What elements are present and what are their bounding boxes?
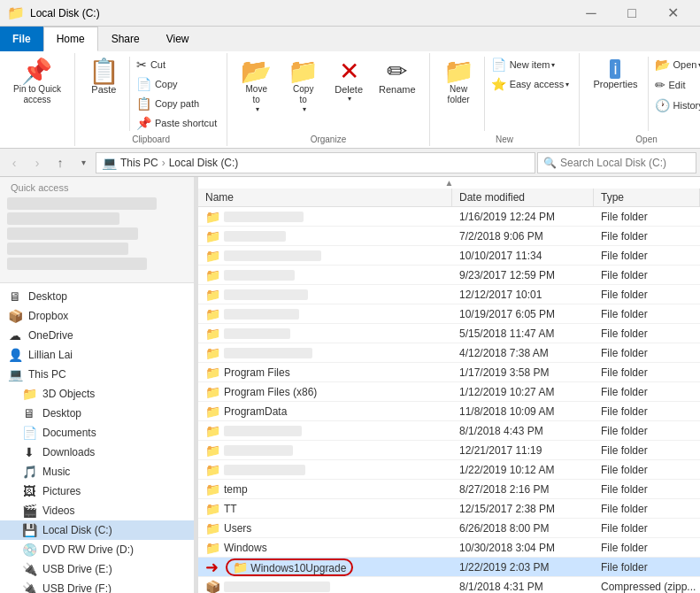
file-list-area: ▲ Name Date modified Type 📁 1/16/2019 12… bbox=[198, 177, 700, 593]
search-bar[interactable]: 🔍 bbox=[537, 152, 696, 173]
table-row[interactable]: 📁 12/12/2017 10:01 File folder bbox=[198, 285, 700, 304]
tab-view[interactable]: View bbox=[153, 27, 203, 51]
nav-item-thispc[interactable]: 💻 This PC bbox=[0, 365, 194, 384]
new-label: New bbox=[435, 133, 574, 144]
nav-item-documents[interactable]: 📄 Documents bbox=[0, 423, 194, 443]
blurred-name bbox=[224, 289, 308, 300]
folder-icon: 📁 bbox=[205, 229, 220, 243]
table-row[interactable]: 📁Users 6/26/2018 8:00 PM File folder bbox=[198, 519, 700, 538]
copy-path-icon: 📋 bbox=[136, 96, 151, 111]
cut-button[interactable]: ✂ Cut bbox=[132, 55, 221, 74]
properties-button[interactable]: i Properties bbox=[585, 55, 645, 94]
ribbon-group-organize: 📂 Moveto 📁 Copyto ✕ Delete ✏ Rename Orga… bbox=[227, 53, 429, 146]
table-row[interactable]: 📁Windows 10/30/2018 3:04 PM File folder bbox=[198, 538, 700, 558]
breadcrumb-thispc[interactable]: This PC bbox=[120, 157, 158, 169]
file-date-cell: 5/15/2018 11:47 AM bbox=[452, 327, 594, 340]
breadcrumb-localdisk[interactable]: Local Disk (C:) bbox=[169, 157, 239, 169]
nav-item-usbe[interactable]: 🔌 USB Drive (E:) bbox=[0, 559, 194, 579]
nav-item-dvd[interactable]: 💿 DVD RW Drive (D:) bbox=[0, 540, 194, 559]
table-row[interactable]: 📁 10/19/2017 6:05 PM File folder bbox=[198, 304, 700, 324]
easy-access-button[interactable]: ⭐ Easy access bbox=[487, 74, 574, 94]
close-button[interactable]: ✕ bbox=[652, 0, 693, 27]
breadcrumb-icon: 💻 bbox=[102, 156, 117, 170]
paste-shortcut-icon: 📌 bbox=[136, 116, 151, 130]
forward-button[interactable]: › bbox=[27, 152, 48, 173]
nav-item-onedrive[interactable]: ☁ OneDrive bbox=[0, 326, 194, 345]
quick-access-panel: Quick access bbox=[0, 177, 194, 283]
maximize-button[interactable]: □ bbox=[612, 0, 652, 27]
col-name[interactable]: Name bbox=[198, 189, 452, 206]
table-row[interactable]: 📁 7/2/2018 9:06 PM File folder bbox=[198, 227, 700, 246]
recent-button[interactable]: ▾ bbox=[73, 152, 94, 173]
copy-to-button[interactable]: 📁 Copyto bbox=[280, 55, 327, 118]
table-row[interactable]: 📁 1/22/2019 10:12 AM File folder bbox=[198, 460, 700, 480]
file-type-cell: File folder bbox=[594, 522, 700, 535]
table-row[interactable]: 📁temp 8/27/2018 2:16 PM File folder bbox=[198, 480, 700, 499]
paste-shortcut-button[interactable]: 📌 Paste shortcut bbox=[132, 113, 221, 133]
table-row[interactable]: 📁TT 12/15/2017 2:38 PM File folder bbox=[198, 499, 700, 519]
table-row[interactable]: 📁 10/10/2017 11:34 File folder bbox=[198, 246, 700, 266]
copy-path-button[interactable]: 📋 Copy path bbox=[132, 94, 221, 113]
open-button[interactable]: 📂 Open bbox=[650, 55, 700, 74]
clipboard-label: Clipboard bbox=[81, 133, 221, 144]
ribbon-group-new: 📁 Newfolder 📄 New item ⭐ Easy access New bbox=[430, 53, 581, 146]
paste-button[interactable]: 📋 Paste bbox=[81, 55, 127, 99]
back-button[interactable]: ‹ bbox=[4, 152, 25, 173]
address-bar[interactable]: 💻 This PC › Local Disk (C:) bbox=[96, 152, 535, 173]
nav-item-music[interactable]: 🎵 Music bbox=[0, 462, 194, 481]
nav-item-music-label: Music bbox=[42, 466, 70, 478]
nav-item-lillian[interactable]: 👤 Lillian Lai bbox=[0, 345, 194, 365]
history-button[interactable]: 🕐 History bbox=[650, 96, 700, 115]
nav-item-dropbox[interactable]: 📦 Dropbox bbox=[0, 306, 194, 326]
table-row-windows10upgrade[interactable]: ➜ 📁 Windows10Upgrade 1/22/2019 2:03 PM F… bbox=[198, 558, 700, 577]
rename-button[interactable]: ✏ Rename bbox=[371, 55, 424, 99]
table-row[interactable]: 📁 8/1/2018 4:43 PM File folder bbox=[198, 421, 700, 441]
table-row[interactable]: 📦 8/1/2018 4:31 PM Compressed (zipp... bbox=[198, 577, 700, 593]
copy-button[interactable]: 📄 Copy bbox=[132, 74, 221, 94]
desktop2-icon: 🖥 bbox=[21, 405, 37, 421]
table-row[interactable]: 📁 12/21/2017 11:19 File folder bbox=[198, 441, 700, 460]
nav-item-pictures-label: Pictures bbox=[42, 485, 81, 497]
table-row[interactable]: 📁 5/15/2018 11:47 AM File folder bbox=[198, 324, 700, 343]
nav-item-videos[interactable]: 🎬 Videos bbox=[0, 501, 194, 520]
file-name-cell: 📁 bbox=[198, 249, 452, 263]
search-input[interactable] bbox=[560, 157, 693, 169]
nav-item-dvd-label: DVD RW Drive (D:) bbox=[42, 543, 134, 556]
table-row[interactable]: 📁 1/16/2019 12:24 PM File folder bbox=[198, 207, 700, 227]
move-to-button[interactable]: 📂 Moveto bbox=[233, 55, 280, 118]
nav-item-downloads[interactable]: ⬇ Downloads bbox=[0, 443, 194, 462]
nav-item-pictures[interactable]: 🖼 Pictures bbox=[0, 481, 194, 501]
title-bar-controls: ─ □ ✕ bbox=[571, 0, 693, 27]
new-item-icon: 📄 bbox=[491, 58, 506, 72]
file-date-cell: 12/12/2017 10:01 bbox=[452, 289, 594, 301]
col-date[interactable]: Date modified bbox=[452, 189, 594, 206]
nav-item-localdisk[interactable]: 💾 Local Disk (C:) bbox=[0, 520, 194, 540]
nav-item-desktop2[interactable]: 🖥 Desktop bbox=[0, 404, 194, 423]
up-button[interactable]: ↑ bbox=[50, 152, 71, 173]
col-type[interactable]: Type bbox=[594, 189, 700, 206]
nav-item-desktop[interactable]: 🖥 Desktop bbox=[0, 287, 194, 306]
tab-home[interactable]: Home bbox=[43, 27, 98, 51]
easy-access-label: Easy access bbox=[510, 79, 565, 89]
table-row[interactable]: 📁ProgramData 11/8/2018 10:09 AM File fol… bbox=[198, 402, 700, 421]
new-folder-button[interactable]: 📁 Newfolder bbox=[435, 55, 482, 110]
pin-quickaccess-button[interactable]: 📌 Pin to Quickaccess bbox=[5, 55, 69, 110]
open-label: Open bbox=[673, 59, 697, 70]
file-date-cell: 6/26/2018 8:00 PM bbox=[452, 522, 594, 535]
zip-icon: 📦 bbox=[205, 580, 220, 594]
edit-button[interactable]: ✏ Edit bbox=[650, 75, 700, 95]
file-date-cell: 11/8/2018 10:09 AM bbox=[452, 405, 594, 418]
table-row[interactable]: 📁Program Files 1/17/2019 3:58 PM File fo… bbox=[198, 363, 700, 382]
table-row[interactable]: 📁 9/23/2017 12:59 PM File folder bbox=[198, 266, 700, 285]
new-item-button[interactable]: 📄 New item bbox=[487, 55, 574, 74]
tab-share[interactable]: Share bbox=[98, 27, 153, 51]
nav-item-usbf[interactable]: 🔌 USB Drive (F:) bbox=[0, 579, 194, 593]
minimize-button[interactable]: ─ bbox=[571, 0, 612, 27]
tab-file[interactable]: File bbox=[0, 27, 43, 51]
file-list-header: Name Date modified Type bbox=[198, 189, 700, 207]
nav-item-3dobjects[interactable]: 📁 3D Objects bbox=[0, 384, 194, 404]
table-row[interactable]: 📁Program Files (x86) 1/12/2019 10:27 AM … bbox=[198, 382, 700, 402]
ribbon-group-clipboard: 📋 Paste ✂ Cut 📄 Copy 📋 Copy path bbox=[75, 53, 227, 146]
table-row[interactable]: 📁 4/12/2018 7:38 AM File folder bbox=[198, 343, 700, 363]
delete-button[interactable]: ✕ Delete bbox=[327, 55, 371, 107]
